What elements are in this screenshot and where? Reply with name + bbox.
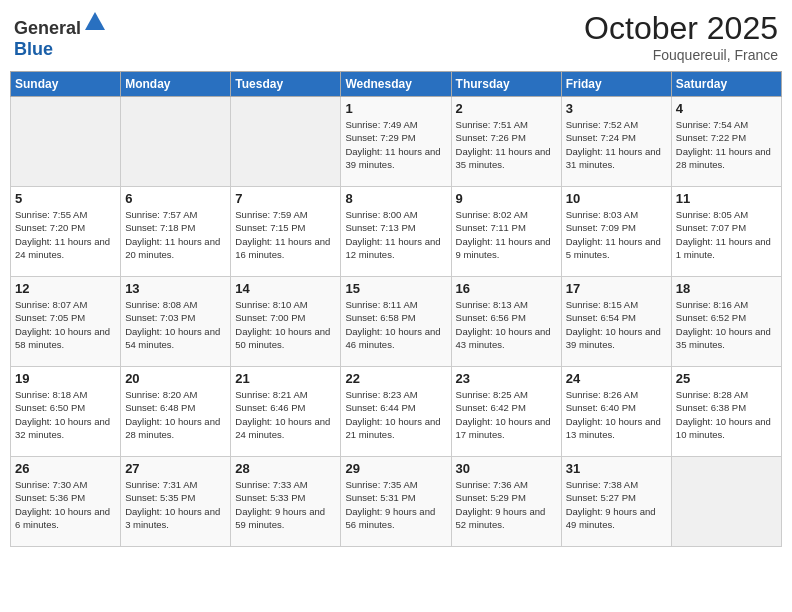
- day-info: Sunrise: 7:49 AM Sunset: 7:29 PM Dayligh…: [345, 118, 446, 171]
- day-number: 18: [676, 281, 777, 296]
- day-info: Sunrise: 8:03 AM Sunset: 7:09 PM Dayligh…: [566, 208, 667, 261]
- day-number: 5: [15, 191, 116, 206]
- title-block: October 2025 Fouquereuil, France: [584, 10, 778, 63]
- day-info: Sunrise: 8:23 AM Sunset: 6:44 PM Dayligh…: [345, 388, 446, 441]
- weekday-header: Friday: [561, 72, 671, 97]
- weekday-header: Tuesday: [231, 72, 341, 97]
- calendar-cell: [671, 457, 781, 547]
- day-info: Sunrise: 8:11 AM Sunset: 6:58 PM Dayligh…: [345, 298, 446, 351]
- day-number: 11: [676, 191, 777, 206]
- calendar-cell: 31Sunrise: 7:38 AM Sunset: 5:27 PM Dayli…: [561, 457, 671, 547]
- calendar-cell: 17Sunrise: 8:15 AM Sunset: 6:54 PM Dayli…: [561, 277, 671, 367]
- day-number: 26: [15, 461, 116, 476]
- day-info: Sunrise: 7:51 AM Sunset: 7:26 PM Dayligh…: [456, 118, 557, 171]
- day-number: 2: [456, 101, 557, 116]
- day-number: 21: [235, 371, 336, 386]
- calendar-cell: 19Sunrise: 8:18 AM Sunset: 6:50 PM Dayli…: [11, 367, 121, 457]
- day-number: 10: [566, 191, 667, 206]
- logo-general: General: [14, 18, 81, 38]
- calendar-cell: 2Sunrise: 7:51 AM Sunset: 7:26 PM Daylig…: [451, 97, 561, 187]
- day-number: 4: [676, 101, 777, 116]
- day-number: 28: [235, 461, 336, 476]
- day-info: Sunrise: 8:05 AM Sunset: 7:07 PM Dayligh…: [676, 208, 777, 261]
- day-info: Sunrise: 8:28 AM Sunset: 6:38 PM Dayligh…: [676, 388, 777, 441]
- calendar-cell: 6Sunrise: 7:57 AM Sunset: 7:18 PM Daylig…: [121, 187, 231, 277]
- weekday-header: Sunday: [11, 72, 121, 97]
- day-number: 31: [566, 461, 667, 476]
- day-info: Sunrise: 8:20 AM Sunset: 6:48 PM Dayligh…: [125, 388, 226, 441]
- calendar-cell: 11Sunrise: 8:05 AM Sunset: 7:07 PM Dayli…: [671, 187, 781, 277]
- day-number: 29: [345, 461, 446, 476]
- weekday-header: Saturday: [671, 72, 781, 97]
- calendar-cell: [121, 97, 231, 187]
- day-number: 13: [125, 281, 226, 296]
- logo-blue: Blue: [14, 39, 53, 59]
- calendar-cell: [231, 97, 341, 187]
- day-number: 3: [566, 101, 667, 116]
- weekday-header: Thursday: [451, 72, 561, 97]
- day-info: Sunrise: 7:30 AM Sunset: 5:36 PM Dayligh…: [15, 478, 116, 531]
- day-number: 22: [345, 371, 446, 386]
- weekday-header-row: SundayMondayTuesdayWednesdayThursdayFrid…: [11, 72, 782, 97]
- day-number: 16: [456, 281, 557, 296]
- logo: General Blue: [14, 10, 107, 60]
- day-number: 20: [125, 371, 226, 386]
- day-info: Sunrise: 7:59 AM Sunset: 7:15 PM Dayligh…: [235, 208, 336, 261]
- day-info: Sunrise: 7:38 AM Sunset: 5:27 PM Dayligh…: [566, 478, 667, 531]
- day-info: Sunrise: 8:07 AM Sunset: 7:05 PM Dayligh…: [15, 298, 116, 351]
- day-info: Sunrise: 8:26 AM Sunset: 6:40 PM Dayligh…: [566, 388, 667, 441]
- calendar-cell: 3Sunrise: 7:52 AM Sunset: 7:24 PM Daylig…: [561, 97, 671, 187]
- day-info: Sunrise: 8:18 AM Sunset: 6:50 PM Dayligh…: [15, 388, 116, 441]
- calendar-cell: 26Sunrise: 7:30 AM Sunset: 5:36 PM Dayli…: [11, 457, 121, 547]
- day-info: Sunrise: 7:57 AM Sunset: 7:18 PM Dayligh…: [125, 208, 226, 261]
- logo-icon: [83, 10, 107, 34]
- day-number: 25: [676, 371, 777, 386]
- day-info: Sunrise: 8:15 AM Sunset: 6:54 PM Dayligh…: [566, 298, 667, 351]
- day-info: Sunrise: 8:16 AM Sunset: 6:52 PM Dayligh…: [676, 298, 777, 351]
- calendar-cell: 28Sunrise: 7:33 AM Sunset: 5:33 PM Dayli…: [231, 457, 341, 547]
- calendar-cell: 5Sunrise: 7:55 AM Sunset: 7:20 PM Daylig…: [11, 187, 121, 277]
- day-info: Sunrise: 8:00 AM Sunset: 7:13 PM Dayligh…: [345, 208, 446, 261]
- day-number: 14: [235, 281, 336, 296]
- calendar-week-row: 5Sunrise: 7:55 AM Sunset: 7:20 PM Daylig…: [11, 187, 782, 277]
- day-info: Sunrise: 7:36 AM Sunset: 5:29 PM Dayligh…: [456, 478, 557, 531]
- calendar-cell: 20Sunrise: 8:20 AM Sunset: 6:48 PM Dayli…: [121, 367, 231, 457]
- calendar-cell: 8Sunrise: 8:00 AM Sunset: 7:13 PM Daylig…: [341, 187, 451, 277]
- day-number: 7: [235, 191, 336, 206]
- day-number: 1: [345, 101, 446, 116]
- day-info: Sunrise: 7:33 AM Sunset: 5:33 PM Dayligh…: [235, 478, 336, 531]
- calendar-cell: 22Sunrise: 8:23 AM Sunset: 6:44 PM Dayli…: [341, 367, 451, 457]
- calendar-cell: 21Sunrise: 8:21 AM Sunset: 6:46 PM Dayli…: [231, 367, 341, 457]
- svg-marker-0: [85, 12, 105, 30]
- day-info: Sunrise: 7:55 AM Sunset: 7:20 PM Dayligh…: [15, 208, 116, 261]
- calendar-cell: 30Sunrise: 7:36 AM Sunset: 5:29 PM Dayli…: [451, 457, 561, 547]
- day-info: Sunrise: 8:02 AM Sunset: 7:11 PM Dayligh…: [456, 208, 557, 261]
- weekday-header: Wednesday: [341, 72, 451, 97]
- calendar-cell: 7Sunrise: 7:59 AM Sunset: 7:15 PM Daylig…: [231, 187, 341, 277]
- day-number: 6: [125, 191, 226, 206]
- calendar-cell: 9Sunrise: 8:02 AM Sunset: 7:11 PM Daylig…: [451, 187, 561, 277]
- day-info: Sunrise: 7:35 AM Sunset: 5:31 PM Dayligh…: [345, 478, 446, 531]
- day-number: 8: [345, 191, 446, 206]
- day-info: Sunrise: 7:54 AM Sunset: 7:22 PM Dayligh…: [676, 118, 777, 171]
- calendar-cell: 24Sunrise: 8:26 AM Sunset: 6:40 PM Dayli…: [561, 367, 671, 457]
- day-info: Sunrise: 8:13 AM Sunset: 6:56 PM Dayligh…: [456, 298, 557, 351]
- calendar-cell: 16Sunrise: 8:13 AM Sunset: 6:56 PM Dayli…: [451, 277, 561, 367]
- calendar-cell: 18Sunrise: 8:16 AM Sunset: 6:52 PM Dayli…: [671, 277, 781, 367]
- calendar-cell: 1Sunrise: 7:49 AM Sunset: 7:29 PM Daylig…: [341, 97, 451, 187]
- calendar-week-row: 1Sunrise: 7:49 AM Sunset: 7:29 PM Daylig…: [11, 97, 782, 187]
- day-number: 15: [345, 281, 446, 296]
- calendar-cell: 10Sunrise: 8:03 AM Sunset: 7:09 PM Dayli…: [561, 187, 671, 277]
- day-info: Sunrise: 7:31 AM Sunset: 5:35 PM Dayligh…: [125, 478, 226, 531]
- weekday-header: Monday: [121, 72, 231, 97]
- page-header: General Blue October 2025 Fouquereuil, F…: [10, 10, 782, 63]
- day-number: 12: [15, 281, 116, 296]
- calendar-table: SundayMondayTuesdayWednesdayThursdayFrid…: [10, 71, 782, 547]
- day-info: Sunrise: 8:08 AM Sunset: 7:03 PM Dayligh…: [125, 298, 226, 351]
- day-info: Sunrise: 8:21 AM Sunset: 6:46 PM Dayligh…: [235, 388, 336, 441]
- calendar-cell: 27Sunrise: 7:31 AM Sunset: 5:35 PM Dayli…: [121, 457, 231, 547]
- calendar-cell: 23Sunrise: 8:25 AM Sunset: 6:42 PM Dayli…: [451, 367, 561, 457]
- calendar-cell: [11, 97, 121, 187]
- calendar-cell: 25Sunrise: 8:28 AM Sunset: 6:38 PM Dayli…: [671, 367, 781, 457]
- calendar-week-row: 12Sunrise: 8:07 AM Sunset: 7:05 PM Dayli…: [11, 277, 782, 367]
